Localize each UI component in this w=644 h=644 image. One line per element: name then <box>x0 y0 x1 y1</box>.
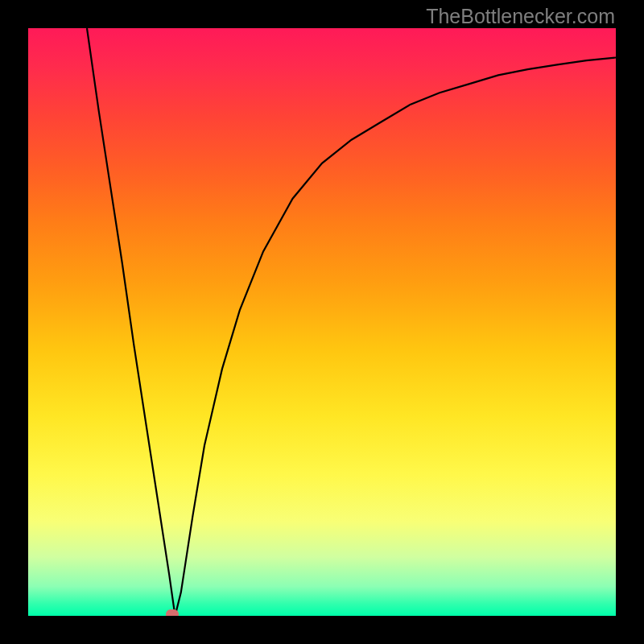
optimal-point-marker <box>166 609 179 616</box>
chart-background-gradient <box>28 28 616 616</box>
watermark-text: TheBottlenecker.com <box>426 5 615 28</box>
chart-plot-area <box>28 28 616 616</box>
bottleneck-curve <box>28 28 616 616</box>
